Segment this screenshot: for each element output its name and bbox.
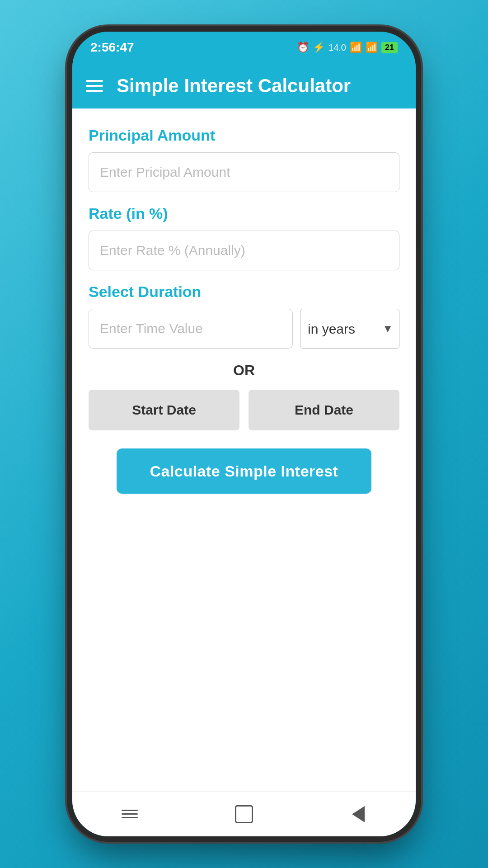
status-time: 2:56:47 (90, 40, 134, 55)
duration-unit-wrapper: in years in months in days ▼ (300, 309, 399, 349)
nav-back-icon (352, 806, 365, 822)
nav-menu-button[interactable] (112, 801, 148, 828)
battery-icon: 21 (381, 42, 398, 53)
signal-icon: 📶 (366, 42, 378, 53)
duration-label: Select Duration (89, 283, 399, 301)
date-row: Start Date End Date (89, 390, 399, 430)
nav-home-icon (235, 805, 253, 823)
end-date-button[interactable]: End Date (249, 390, 399, 430)
rate-label: Rate (in %) (89, 205, 399, 222)
nav-back-button[interactable] (340, 801, 376, 828)
duration-unit-select[interactable]: in years in months in days (300, 309, 399, 349)
calculate-button[interactable]: Calculate Simple Interest (117, 448, 371, 494)
bluetooth-icon: ⚡ (313, 42, 325, 53)
app-bar: Simple Interest Calculator (72, 63, 416, 108)
nav-home-button[interactable] (226, 801, 262, 828)
principal-label: Principal Amount (89, 127, 399, 144)
status-bar: 2:56:47 ⏰ ⚡ 14.0 📶 📶 21 (72, 32, 416, 63)
rate-input[interactable] (89, 231, 399, 270)
duration-row: in years in months in days ▼ (89, 309, 399, 349)
nav-menu-icon (122, 810, 138, 818)
main-content: Principal Amount Rate (in %) Select Dura… (72, 108, 416, 791)
or-divider: OR (89, 362, 399, 379)
app-title: Simple Interest Calculator (117, 75, 351, 97)
principal-input[interactable] (89, 152, 399, 192)
hamburger-menu-icon[interactable] (86, 80, 103, 92)
alarm-icon: ⏰ (297, 42, 309, 53)
data-icon: 14.0 (328, 42, 346, 53)
phone-frame: 2:56:47 ⏰ ⚡ 14.0 📶 📶 21 Simple Interest … (72, 32, 416, 836)
status-icons: ⏰ ⚡ 14.0 📶 📶 21 (297, 42, 398, 53)
duration-input[interactable] (89, 309, 293, 349)
bottom-nav (72, 791, 416, 836)
start-date-button[interactable]: Start Date (89, 390, 239, 430)
wifi-icon: 📶 (350, 42, 362, 53)
